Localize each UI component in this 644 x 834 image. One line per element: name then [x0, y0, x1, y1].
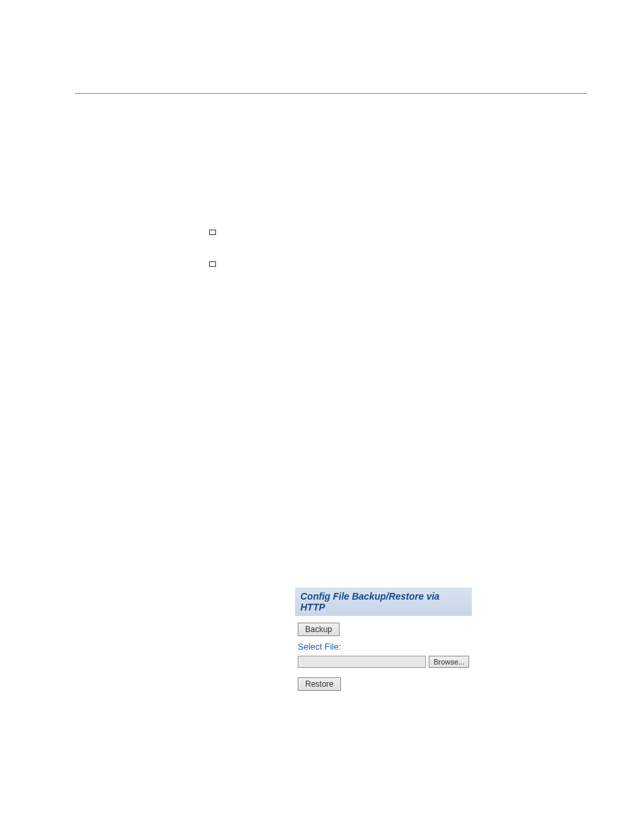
browse-button[interactable]: Browse...	[429, 656, 469, 668]
backup-button[interactable]: Backup	[298, 623, 340, 636]
panel-body: Backup Select File: Browse... Restore	[295, 616, 472, 694]
bullet-icon	[209, 261, 216, 267]
bullet-icon	[209, 230, 216, 235]
config-backup-restore-panel: Config File Backup/Restore via HTTP Back…	[295, 588, 472, 694]
select-file-label: Select File:	[298, 642, 469, 652]
restore-button[interactable]: Restore	[298, 677, 341, 691]
panel-title: Config File Backup/Restore via HTTP	[295, 588, 472, 616]
horizontal-divider	[75, 93, 587, 94]
file-path-input[interactable]	[298, 656, 426, 668]
file-select-row: Browse...	[298, 656, 469, 668]
restore-row: Restore	[298, 677, 469, 691]
